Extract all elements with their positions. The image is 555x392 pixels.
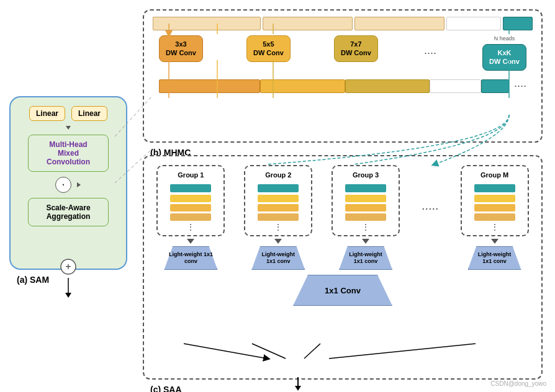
input-seg-3 (354, 17, 444, 30)
saa-inner-box: Scale-Aware Aggregation (28, 198, 109, 226)
layer-gold-2b (258, 204, 299, 212)
mhmc-dots-out: ···· (514, 79, 526, 92)
out-seg-2 (260, 79, 345, 93)
group-1-trap-text: Light-weight 1x1 conv (164, 246, 217, 270)
input-seg-5 (503, 17, 533, 30)
layer-gold-3c (345, 213, 386, 221)
main-container: Linear Linear Multi-Head Mixed Convoluti… (0, 0, 555, 392)
conv-3x3-box: 3x3 DW Conv (159, 35, 203, 62)
big-trapezoid: 1x1 Conv (293, 275, 392, 306)
input-seg-2 (263, 17, 353, 30)
layer-teal-2 (258, 184, 299, 192)
group-1-label: Group 1 (178, 171, 204, 179)
layer-gold-1a (170, 195, 211, 202)
group-m-dots: ⋮ (490, 223, 499, 231)
layer-gold-2c (258, 213, 299, 221)
big-trap-text: 1x1 Conv (293, 275, 392, 306)
layer-gold-1c (170, 213, 211, 221)
group-1-box: Group 1 ⋮ (156, 165, 225, 236)
saa-title: (c) SAA (150, 385, 182, 392)
group-2-dots: ⋮ (274, 223, 282, 231)
saa-group-dots: ····· (422, 201, 439, 234)
group-2-box: Group 2 ⋮ (244, 165, 312, 236)
conv-7x7-box: 7x7 DW Conv (334, 35, 378, 62)
input-seg-4 (446, 17, 501, 30)
group-3-trap-text: Light-weight1x1 conv (339, 246, 392, 270)
arrow-down-1 (66, 126, 71, 130)
watermark: CSDN@dong_yowo (490, 380, 546, 387)
layer-gold-3a (345, 195, 386, 202)
group-1-dots: ⋮ (186, 223, 195, 231)
group-3-box: Group 3 ⋮ (332, 165, 400, 236)
groups-row: Group 1 ⋮ Light-weight 1x1 conv Group 2 (151, 165, 534, 270)
mhmc-dots: ···· (424, 47, 436, 60)
input-seg-1 (153, 17, 261, 30)
big-trap-wrap: 1x1 Conv (151, 275, 534, 306)
layer-gold-mb (474, 204, 515, 212)
arrow-down-2 (77, 182, 81, 187)
linear-row: Linear Linear (29, 106, 107, 121)
group-3-arrow (362, 239, 369, 244)
out-seg-1 (159, 79, 260, 93)
linear-box-2: Linear (71, 106, 107, 121)
layer-teal-m (474, 184, 515, 192)
layer-gold-2a (258, 195, 299, 202)
group-m-arrow (491, 239, 499, 244)
layer-gold-ma (474, 195, 515, 202)
group-2-trap-text: Light-weight1x1 conv (251, 246, 305, 270)
group-1-arrow (187, 239, 194, 244)
out-seg-4 (430, 79, 481, 93)
group-m-trap-text: Light-weight1x1 conv (468, 246, 521, 270)
group-3-dots: ⋮ (361, 223, 370, 231)
sam-block: Linear Linear Multi-Head Mixed Convoluti… (9, 96, 127, 270)
group-m-box: Group M ⋮ (461, 165, 529, 236)
mhmc-inner-box: Multi-Head Mixed Convolution (28, 135, 109, 172)
layer-gold-mc (474, 213, 515, 221)
saa-block: Group 1 ⋮ Light-weight 1x1 conv Group 2 (143, 155, 543, 380)
conv-5x5-box: 5x5 DW Conv (246, 35, 291, 62)
layer-teal-1 (170, 184, 211, 192)
layer-gold-1b (170, 204, 211, 212)
out-seg-5 (481, 79, 509, 93)
conv-kxk-box: KxK DW Conv (482, 44, 526, 71)
linear-box-1: Linear (29, 106, 65, 121)
dot-circle: · (55, 177, 71, 193)
group-3-label: Group 3 (353, 171, 379, 179)
mhmc-block: 3x3 DW Conv 5x5 DW Conv 7x7 DW Conv ····… (143, 9, 543, 143)
group-2-label: Group 2 (265, 171, 291, 179)
svg-marker-17 (65, 293, 71, 298)
group-m-label: Group M (481, 171, 508, 179)
sam-label: (a) SAM (17, 275, 49, 285)
layer-teal-3 (345, 184, 386, 192)
nheads-label: N heads (494, 35, 515, 42)
svg-marker-15 (295, 386, 301, 391)
out-seg-3 (345, 79, 430, 93)
layer-gold-3b (345, 204, 386, 212)
group-2-arrow (274, 239, 282, 244)
